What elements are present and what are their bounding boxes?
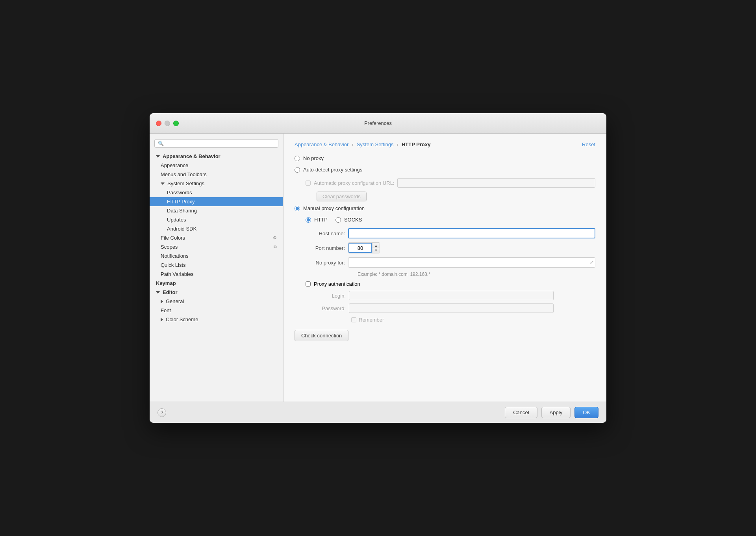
no-proxy-row: No proxy: [295, 155, 595, 161]
main-content: 🔍 Appearance & Behavior Appearance Menus…: [150, 134, 606, 402]
login-label: Login:: [318, 293, 346, 299]
no-proxy-radio[interactable]: [295, 156, 300, 161]
manual-proxy-label[interactable]: Manual proxy configuration: [303, 205, 365, 211]
sidebar-item-label: Scopes: [161, 244, 178, 250]
search-input[interactable]: [165, 141, 275, 146]
socks-radio[interactable]: [335, 217, 341, 223]
host-name-label: Host name:: [306, 231, 345, 236]
sidebar-item-label: Path Variables: [161, 271, 194, 277]
socks-radio-row: SOCKS: [335, 217, 362, 223]
settings-icon: ⚙: [273, 235, 277, 240]
auto-detect-label[interactable]: Auto-detect proxy settings: [303, 167, 362, 173]
sidebar-item-passwords[interactable]: Passwords: [150, 188, 283, 197]
triangle-icon: [161, 318, 163, 322]
bottom-bar: ? Cancel Apply OK: [150, 402, 606, 423]
sidebar-item-label: Color Scheme: [166, 316, 198, 322]
close-button[interactable]: [156, 121, 161, 126]
sidebar: 🔍 Appearance & Behavior Appearance Menus…: [150, 134, 284, 402]
manual-proxy-radio[interactable]: [295, 206, 300, 211]
sidebar-item-android-sdk[interactable]: Android SDK: [150, 224, 283, 233]
sidebar-item-editor[interactable]: Editor: [150, 288, 283, 297]
sidebar-item-label: Appearance: [161, 162, 188, 168]
port-spinners: ▲ ▼: [372, 243, 380, 253]
expand-icon[interactable]: ⤢: [590, 260, 594, 265]
http-radio[interactable]: [306, 217, 311, 223]
sidebar-item-label: Android SDK: [167, 226, 196, 232]
help-button[interactable]: ?: [158, 408, 166, 417]
check-connection-button[interactable]: Check connection: [295, 330, 348, 341]
sidebar-item-http-proxy[interactable]: HTTP Proxy: [150, 197, 283, 206]
sidebar-item-menus-toolbars[interactable]: Menus and Toolbars: [150, 170, 283, 179]
remember-row: Remember: [295, 317, 595, 323]
settings-content: No proxy Auto-detect proxy settings Auto…: [295, 155, 595, 341]
sidebar-item-font[interactable]: Font: [150, 306, 283, 315]
cancel-button[interactable]: Cancel: [505, 407, 537, 418]
example-text: Example: *.domain.com, 192.168.*: [295, 272, 595, 277]
reset-button[interactable]: Reset: [582, 141, 595, 147]
login-row: Login:: [318, 291, 595, 300]
sidebar-item-updates[interactable]: Updates: [150, 215, 283, 224]
sidebar-item-label: File Colors: [161, 235, 185, 241]
minimize-button[interactable]: [165, 121, 170, 126]
sidebar-item-quick-lists[interactable]: Quick Lists: [150, 261, 283, 270]
port-down-button[interactable]: ▼: [372, 248, 380, 253]
proxy-auth-checkbox[interactable]: [306, 281, 311, 287]
ok-button[interactable]: OK: [574, 407, 598, 418]
http-socks-row: HTTP SOCKS: [295, 217, 595, 224]
search-box[interactable]: 🔍: [154, 139, 278, 148]
sidebar-item-scopes[interactable]: Scopes ⧉: [150, 242, 283, 251]
http-label[interactable]: HTTP: [314, 217, 328, 223]
triangle-icon: [161, 182, 165, 185]
password-input[interactable]: [349, 303, 554, 313]
socks-label[interactable]: SOCKS: [344, 217, 362, 223]
sidebar-item-label: Passwords: [167, 190, 192, 195]
port-input-wrap: ▲ ▼: [348, 242, 380, 253]
sidebar-item-appearance[interactable]: Appearance: [150, 161, 283, 170]
sidebar-item-label: System Settings: [167, 181, 204, 186]
login-input[interactable]: [349, 291, 554, 300]
apply-button[interactable]: Apply: [541, 407, 571, 418]
sidebar-item-label: Data Sharing: [167, 208, 197, 214]
sidebar-item-general[interactable]: General: [150, 297, 283, 306]
proxy-auth-row: Proxy authentication: [295, 281, 595, 287]
sidebar-item-file-colors[interactable]: File Colors ⚙: [150, 233, 283, 242]
sidebar-item-label: Quick Lists: [161, 262, 186, 268]
breadcrumb-part1[interactable]: Appearance & Behavior: [295, 141, 348, 147]
sidebar-item-appearance-behavior[interactable]: Appearance & Behavior: [150, 152, 283, 161]
no-proxy-for-row: No proxy for: ⤢: [295, 257, 595, 268]
port-number-input[interactable]: [348, 243, 372, 253]
sidebar-item-system-settings[interactable]: System Settings: [150, 179, 283, 188]
maximize-button[interactable]: [173, 121, 179, 126]
no-proxy-for-input[interactable]: [348, 257, 595, 268]
sidebar-item-notifications[interactable]: Notifications: [150, 251, 283, 261]
auto-proxy-url-row: Automatic proxy configuration URL:: [295, 178, 595, 188]
auto-detect-row: Auto-detect proxy settings: [295, 167, 595, 173]
sidebar-item-label: Appearance & Behavior: [163, 153, 220, 159]
breadcrumb-part2[interactable]: System Settings: [357, 141, 394, 147]
triangle-icon: [156, 155, 160, 158]
no-proxy-label[interactable]: No proxy: [303, 155, 324, 161]
search-icon: 🔍: [158, 141, 164, 146]
sidebar-item-data-sharing[interactable]: Data Sharing: [150, 206, 283, 215]
clear-passwords-button[interactable]: Clear passwords: [317, 192, 367, 201]
auto-config-checkbox[interactable]: [306, 181, 311, 186]
auto-config-url-input[interactable]: [397, 178, 595, 188]
port-up-button[interactable]: ▲: [372, 243, 380, 248]
http-radio-row: HTTP: [306, 217, 328, 223]
port-number-row: Port number: ▲ ▼: [295, 242, 595, 253]
host-name-row: Host name:: [295, 228, 595, 238]
sidebar-item-keymap[interactable]: Keymap: [150, 279, 283, 288]
sidebar-item-color-scheme[interactable]: Color Scheme: [150, 315, 283, 324]
auto-detect-radio[interactable]: [295, 167, 300, 173]
window-title: Preferences: [364, 120, 392, 126]
host-name-input[interactable]: [348, 228, 595, 238]
sidebar-item-path-variables[interactable]: Path Variables: [150, 270, 283, 279]
triangle-icon: [156, 291, 160, 294]
proxy-auth-label[interactable]: Proxy authentication: [314, 281, 360, 287]
auth-fields: Login: Password:: [295, 291, 595, 313]
breadcrumb-sep2: ›: [397, 141, 398, 147]
copy-icon: ⧉: [274, 244, 277, 249]
remember-checkbox[interactable]: [351, 317, 356, 322]
clear-passwords-container: Clear passwords: [295, 192, 595, 201]
preferences-window: Preferences 🔍 Appearance & Behavior Appe…: [150, 113, 606, 423]
